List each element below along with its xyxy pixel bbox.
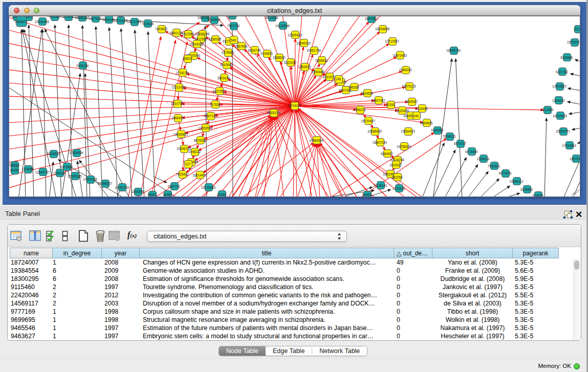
- svg-text:12213967: 12213967: [385, 39, 400, 43]
- svg-text:2935114: 2935114: [477, 157, 490, 161]
- svg-text:6879197: 6879197: [454, 142, 467, 145]
- svg-text:16640910: 16640910: [296, 41, 311, 45]
- svg-text:9084067: 9084067: [381, 152, 394, 156]
- svg-text:11120: 11120: [574, 27, 580, 31]
- svg-text:15300215: 15300215: [266, 111, 281, 115]
- svg-text:1244413: 1244413: [552, 99, 565, 102]
- svg-text:7625402: 7625402: [176, 172, 189, 176]
- svg-text:10025438: 10025438: [395, 109, 409, 113]
- svg-text:17359934: 17359934: [69, 151, 84, 155]
- svg-text:39159: 39159: [10, 168, 19, 172]
- svg-text:16210643: 16210643: [553, 114, 568, 118]
- svg-text:16543362: 16543362: [189, 42, 204, 46]
- svg-text:1615112: 1615112: [389, 163, 402, 167]
- svg-text:1527602: 1527602: [89, 17, 102, 20]
- svg-text:9115460: 9115460: [416, 107, 428, 111]
- svg-text:12942737: 12942737: [35, 170, 50, 174]
- svg-text:8427552: 8427552: [213, 90, 226, 93]
- svg-text:12093822: 12093822: [552, 84, 567, 88]
- svg-text:16648784: 16648784: [446, 49, 461, 52]
- svg-text:12505135: 12505135: [68, 174, 82, 178]
- svg-text:7515526: 7515526: [141, 22, 154, 26]
- svg-text:1362615: 1362615: [298, 65, 311, 69]
- svg-text:7632621: 7632621: [488, 164, 500, 168]
- svg-text:2803144: 2803144: [217, 76, 230, 80]
- svg-text:7557224: 7557224: [227, 24, 240, 28]
- svg-text:9860123: 9860123: [170, 31, 183, 35]
- svg-text:10719155: 10719155: [113, 19, 128, 23]
- svg-text:16914479: 16914479: [192, 173, 207, 177]
- svg-text:17957255: 17957255: [83, 178, 98, 181]
- svg-text:644: 644: [413, 114, 419, 118]
- svg-text:92450: 92450: [163, 193, 172, 196]
- svg-text:7955812: 7955812: [315, 59, 328, 62]
- svg-text:2867608: 2867608: [235, 45, 248, 48]
- svg-text:1965493: 1965493: [171, 116, 184, 120]
- svg-text:9329966: 9329966: [560, 56, 573, 59]
- svg-text:1145194: 1145194: [53, 171, 66, 175]
- svg-text:9242843: 9242843: [220, 63, 233, 67]
- svg-text:1733426: 1733426: [393, 187, 405, 190]
- svg-text:8813054: 8813054: [266, 16, 278, 19]
- svg-text:1498222: 1498222: [188, 150, 201, 154]
- svg-text:8213953: 8213953: [541, 108, 554, 112]
- svg-text:10807487: 10807487: [371, 99, 386, 102]
- svg-text:1621072: 1621072: [323, 75, 336, 79]
- svg-text:16671355: 16671355: [127, 20, 142, 24]
- svg-text:9474444: 9474444: [465, 150, 478, 154]
- svg-text:3624554: 3624554: [361, 92, 374, 95]
- svg-text:127: 127: [185, 162, 191, 166]
- svg-text:9463627: 9463627: [405, 100, 418, 103]
- svg-text:18724007: 18724007: [287, 104, 302, 107]
- svg-text:7463822: 7463822: [155, 27, 168, 31]
- svg-text:80961: 80961: [362, 193, 372, 196]
- svg-text:746266: 746266: [348, 85, 359, 89]
- svg-text:12213349: 12213349: [171, 85, 186, 89]
- svg-text:1192344: 1192344: [132, 190, 144, 193]
- svg-text:252254: 252254: [391, 176, 403, 179]
- svg-text:2087682: 2087682: [365, 17, 378, 20]
- svg-text:10688609: 10688609: [367, 129, 382, 133]
- svg-text:3375685: 3375685: [222, 51, 234, 54]
- svg-text:12975115: 12975115: [402, 84, 416, 88]
- svg-text:16782759: 16782759: [115, 186, 129, 189]
- svg-text:1640955: 1640955: [431, 128, 444, 132]
- svg-text:19654923: 19654923: [401, 129, 416, 133]
- svg-text:19218596: 19218596: [275, 24, 290, 28]
- svg-text:1588520: 1588520: [273, 56, 286, 59]
- svg-text:14136141: 14136141: [373, 184, 388, 187]
- svg-text:12353594: 12353594: [198, 126, 213, 130]
- svg-text:2905334: 2905334: [76, 64, 89, 68]
- svg-text:9899695: 9899695: [420, 121, 433, 125]
- svg-text:93901: 93901: [183, 57, 192, 60]
- svg-text:62160: 62160: [386, 103, 395, 106]
- svg-text:9245652: 9245652: [520, 188, 533, 191]
- svg-text:5938923: 5938923: [443, 135, 456, 138]
- svg-text:94501: 94501: [147, 193, 157, 196]
- svg-text:15692971: 15692971: [556, 129, 571, 133]
- svg-text:20206516: 20206516: [46, 152, 61, 156]
- svg-text:9146821: 9146821: [260, 52, 273, 55]
- svg-text:6053809: 6053809: [208, 18, 221, 21]
- svg-text:9975887: 9975887: [60, 165, 73, 169]
- svg-text:8267130: 8267130: [204, 114, 217, 118]
- svg-text:7986372: 7986372: [354, 108, 366, 112]
- svg-text:7485003: 7485003: [399, 68, 412, 72]
- svg-text:20691406: 20691406: [35, 20, 50, 24]
- svg-text:2718176: 2718176: [176, 71, 189, 75]
- svg-text:9227342: 9227342: [556, 70, 569, 74]
- svg-text:8186328: 8186328: [209, 37, 222, 41]
- svg-text:17016504: 17016504: [562, 144, 577, 147]
- svg-text:19756928: 19756928: [397, 145, 411, 148]
- svg-text:19384554: 19384554: [309, 139, 324, 142]
- svg-text:3912955: 3912955: [182, 32, 194, 36]
- svg-text:10654112: 10654112: [509, 180, 524, 183]
- svg-text:15720407: 15720407: [361, 119, 376, 123]
- svg-text:10958107: 10958107: [98, 182, 113, 185]
- svg-text:9857791: 9857791: [168, 185, 181, 188]
- svg-text:8678352: 8678352: [194, 139, 207, 142]
- svg-text:15716485: 15716485: [201, 186, 216, 189]
- svg-text:145: 145: [336, 77, 341, 81]
- svg-text:8990448: 8990448: [312, 70, 324, 74]
- svg-text:13325419: 13325419: [288, 33, 302, 37]
